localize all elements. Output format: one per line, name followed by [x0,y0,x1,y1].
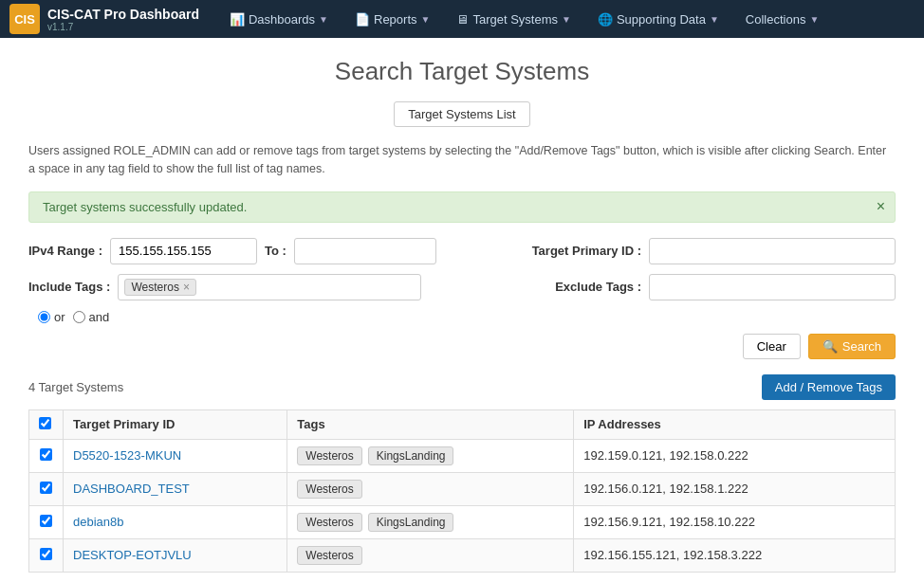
target-systems-list-button[interactable]: Target Systems List [394,101,529,127]
chevron-down-icon-supporting: ▼ [710,14,719,25]
globe-icon: 🌐 [598,12,613,27]
btn-row: Clear 🔍 Search [28,334,896,359]
radio-or[interactable] [38,311,50,323]
radio-or-label: or [54,310,65,324]
nav-reports-label: Reports [374,12,417,27]
row-tags: WesterosKingsLanding [287,439,574,472]
navbar: CIS CIS-CAT Pro Dashboard v1.1.7 📊 Dashb… [0,0,924,38]
add-remove-tags-button[interactable]: Add / Remove Tags [762,374,896,400]
row-target-id: D5520-1523-MKUN [64,439,287,472]
th-ip-addresses: IP Addresses [574,409,896,439]
row-ip-addresses: 192.159.0.121, 192.158.0.222 [574,439,896,472]
tags-cell: Westeros [297,480,564,499]
target-id-link[interactable]: DESKTOP-EOTJVLU [73,548,192,562]
ipv4-range-to-input[interactable] [294,238,436,264]
navbar-title-block: CIS-CAT Pro Dashboard v1.1.7 [47,7,199,32]
file-icon: 📄 [355,12,370,27]
tag-westeros-remove[interactable]: × [183,281,190,294]
row-ip-addresses: 192.156.0.121, 192.158.1.222 [574,472,896,505]
row-checkbox-cell [29,505,64,538]
select-all-checkbox[interactable] [39,417,51,429]
form-group-include-tags: Include Tags : Westeros × [28,274,421,300]
form-group-primary-id: Target Primary ID : [532,238,896,264]
chevron-down-icon-reports: ▼ [421,14,431,25]
target-id-link[interactable]: D5520-1523-MKUN [73,448,181,463]
nav-item-reports[interactable]: 📄 Reports ▼ [343,7,441,32]
navbar-nav: 📊 Dashboards ▼ 📄 Reports ▼ 🖥 Target Syst… [218,7,830,32]
alert-close-button[interactable]: × [877,199,885,214]
row-checkbox-2[interactable] [40,515,52,527]
row-target-id: DESKTOP-EOTJVLU [64,538,287,572]
target-id-link[interactable]: DASHBOARD_TEST [73,482,190,496]
row-ip-addresses: 192.156.155.121, 192.158.3.222 [574,538,896,572]
navbar-version: v1.1.7 [47,22,199,32]
navbar-brand: CIS CIS-CAT Pro Dashboard v1.1.7 [9,4,199,34]
nav-target-systems-label: Target Systems [472,12,558,27]
navbar-title: CIS-CAT Pro Dashboard [47,7,199,22]
radio-and-option[interactable]: and [73,310,110,324]
table-header-row: Target Primary ID Tags IP Addresses [29,409,896,439]
tag-westeros-label: Westeros [131,281,178,294]
results-tbody: D5520-1523-MKUNWesterosKingsLanding192.1… [29,439,896,572]
tags-cell: WesterosKingsLanding [297,513,564,532]
row-target-id: DASHBOARD_TEST [64,472,287,505]
target-primary-id-input[interactable] [649,238,896,264]
form-row-2: Include Tags : Westeros × Exclude Tags : [28,274,896,300]
form-group-exclude-tags: Exclude Tags : [555,274,896,300]
row-checkbox-1[interactable] [40,482,52,494]
results-table: Target Primary ID Tags IP Addresses D552… [28,409,896,573]
table-row: DASHBOARD_TESTWesteros192.156.0.121, 192… [29,472,896,505]
ipv4-range-from-input[interactable] [110,238,257,264]
tags-cell: WesterosKingsLanding [297,446,564,465]
target-primary-id-label: Target Primary ID : [532,244,641,258]
row-tags: Westeros [287,472,574,505]
search-button[interactable]: 🔍 Search [808,334,896,359]
target-id-link[interactable]: debian8b [73,515,124,529]
search-form: IPv4 Range : To : Target Primary ID : In… [28,238,896,359]
th-target-primary-id: Target Primary ID [64,409,287,439]
tag-westeros: Westeros × [124,279,195,296]
nav-item-collections[interactable]: Collections ▼ [734,7,831,32]
chevron-down-icon: ▼ [319,14,328,25]
nav-collections-label: Collections [746,12,806,27]
alert-message: Target systems successfully updated. [43,200,247,214]
alert-success: Target systems successfully updated. × [28,191,896,223]
ipv4-range-label: IPv4 Range : [28,244,102,258]
row-checkbox-cell [29,439,64,472]
table-row: debian8bWesterosKingsLanding192.156.9.12… [29,505,896,538]
row-target-id: debian8b [64,505,287,538]
clear-button[interactable]: Clear [743,334,801,359]
radio-and-label: and [89,310,110,324]
form-row-1: IPv4 Range : To : Target Primary ID : [28,238,896,264]
exclude-tags-input[interactable] [649,274,896,300]
include-tags-label: Include Tags : [28,280,110,294]
row-ip-addresses: 192.156.9.121, 192.158.10.222 [574,505,896,538]
row-tags: WesterosKingsLanding [287,505,574,538]
row-checkbox-3[interactable] [40,548,52,560]
radio-or-option[interactable]: or [38,310,65,324]
chevron-down-icon-target: ▼ [562,14,571,25]
info-text: Users assigned ROLE_ADMIN can add or rem… [28,142,896,178]
nav-dashboards-label: Dashboards [249,12,315,27]
nav-item-target-systems[interactable]: 🖥 Target Systems ▼ [445,7,582,32]
nav-item-supporting-data[interactable]: 🌐 Supporting Data ▼ [586,7,730,32]
nav-item-dashboards[interactable]: 📊 Dashboards ▼ [218,7,340,32]
results-header: 4 Target Systems Add / Remove Tags [28,374,896,400]
results-count: 4 Target Systems [28,380,123,394]
radio-and[interactable] [73,311,85,323]
row-tags: Westeros [287,538,574,572]
radio-row: or and [38,310,896,324]
include-tags-container[interactable]: Westeros × [118,274,421,300]
th-tags: Tags [287,409,574,439]
main-content: Search Target Systems Target Systems Lis… [0,38,924,582]
navbar-logo: CIS [9,4,40,34]
row-checkbox-0[interactable] [40,448,52,461]
chart-icon: 📊 [230,12,245,27]
nav-supporting-data-label: Supporting Data [617,12,706,27]
table-row: D5520-1523-MKUNWesterosKingsLanding192.1… [29,439,896,472]
to-label: To : [265,244,286,258]
th-checkbox [29,409,64,439]
page-title: Search Target Systems [28,57,896,86]
tag-pill: KingsLanding [368,513,454,532]
table-header: Target Primary ID Tags IP Addresses [29,409,896,439]
